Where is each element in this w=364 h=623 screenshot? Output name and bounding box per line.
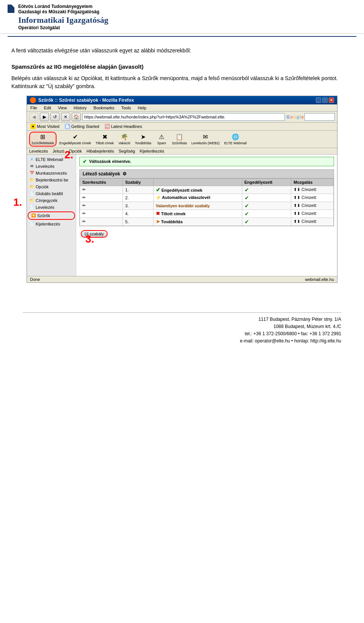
tovabbitas-button[interactable]: ➤ Továbbítás: [133, 132, 153, 146]
rule2-move: ⬆⬇ Címzett:: [291, 194, 334, 202]
elte-webmail-label: ELTE Webmail: [224, 141, 246, 145]
service-subtitle: Operátori Szolgálat: [18, 25, 108, 30]
engedelmezett-button[interactable]: ✔ Engedélyezett címek: [58, 132, 93, 146]
rule5-move: ⬆⬇ Címzett:: [291, 218, 334, 226]
step-2-label: 2.: [64, 149, 73, 161]
step-1-label: 1.: [13, 196, 22, 208]
settings-icon: 📄: [29, 191, 35, 196]
university-logo: [8, 5, 14, 13]
step-3-label: 3.: [85, 233, 94, 245]
menu-history[interactable]: History: [72, 105, 88, 110]
nav-kijelentkezes[interactable]: Kijelentkezés: [140, 149, 164, 153]
szurofeltetelek-button[interactable]: ⊞ Szűrőfeltételek: [29, 132, 56, 147]
bookmark-headlines-label: Latest Headlines: [111, 124, 142, 129]
filter-sidebar-icon: 🔽: [31, 213, 36, 218]
firefox-icon: [30, 97, 36, 103]
menu-tools[interactable]: Tools: [120, 105, 132, 110]
back-button[interactable]: ◀: [29, 113, 38, 121]
minimize-button[interactable]: _: [316, 98, 321, 103]
rule4-name: ✖ Tiltott címek: [153, 210, 242, 218]
bookmark-headlines[interactable]: 📰 Latest Headlines: [104, 123, 143, 129]
mail2-icon: ✉: [201, 133, 210, 141]
sidebar-szurok-label: Szűrők: [37, 213, 50, 218]
stop-button[interactable]: ✕: [61, 113, 70, 121]
menu-edit[interactable]: Edit: [43, 105, 52, 110]
sidebar-item-levelezos2[interactable]: 📄 Levelezés: [28, 204, 75, 211]
page-icon: 📄: [65, 124, 70, 129]
intro-bold: Spamszűrés az IIG megjelölése alapján (j…: [11, 63, 353, 71]
nav-jelszo[interactable]: Jelszó: [53, 149, 64, 153]
browser-annotation-wrapper: 1. 2. 3. Szűrők :: Szűrési szabályok - M…: [27, 96, 337, 283]
forward-button[interactable]: ▶: [40, 113, 49, 121]
menu-view[interactable]: View: [57, 105, 68, 110]
footer-line3: tel.: +36 1 372-2500/6800 • fax: +36 1 3…: [23, 330, 341, 338]
edit-icon: ✏: [82, 187, 86, 192]
google-search-input[interactable]: [304, 113, 335, 121]
webmail-icon: 📧: [29, 157, 35, 162]
rule5-num: 5.: [123, 218, 153, 226]
logout-icon: 📄: [29, 221, 35, 227]
page-footer: 1117 Budapest, Pázmány Péter stny. 1/A 1…: [11, 306, 353, 349]
home-button[interactable]: 🏠: [72, 113, 81, 121]
browser-title: Szűrők :: Szűrési szabályok - Mozilla Fi…: [38, 98, 134, 103]
url-input[interactable]: [82, 113, 285, 121]
sidebar-item-munkaszervezes[interactable]: 📅 Munkaszervezés: [28, 170, 75, 177]
szurolista-button[interactable]: 📋 Szűrölista: [170, 132, 188, 146]
mail-icon: ✉: [29, 164, 35, 169]
rule3-move: ⬆⬇ Címzett:: [291, 202, 334, 210]
elte-webmail-button[interactable]: 🌐 ELTE Webmail: [223, 132, 248, 146]
sidebar-item-kijelentkezes[interactable]: 📄 Kijelentkezés: [28, 221, 75, 227]
bookmarks-bar: ★ Most Visited 📄 Getting Started 📰 Lates…: [27, 123, 337, 131]
vakacio-button[interactable]: 🌴 Vakáció: [117, 132, 132, 146]
rule3-edit: ✏: [80, 202, 123, 210]
sidebar-item-cimjegyzek[interactable]: 📁 Címjegyzék: [28, 197, 75, 204]
menu-help[interactable]: Help: [136, 105, 147, 110]
header-divider: [8, 36, 356, 37]
url-bar-container: [82, 113, 285, 121]
tiltott-label: Tiltott címek: [96, 141, 114, 145]
sidebar-item-bejelentkezes[interactable]: 📁 Bejelentkezési be: [28, 177, 75, 183]
edit-icon: ✏: [82, 195, 86, 200]
nav-hiba[interactable]: Hibabejelentés: [86, 149, 114, 153]
nav-levelezos[interactable]: Levelezés: [29, 149, 48, 153]
sidebar-opciok-label: Opciók: [36, 185, 49, 189]
tiltott-button[interactable]: ✖ Tiltott címek: [94, 132, 115, 146]
menu-bookmarks[interactable]: Bookmarks: [93, 105, 116, 110]
sidebar-globalis-label: Globális beállít: [36, 191, 63, 196]
maximize-button[interactable]: □: [322, 98, 328, 103]
reload-button[interactable]: ↺: [50, 113, 60, 121]
tovabbitas-label: Továbbítás: [135, 141, 152, 145]
folder-icon: 📁: [29, 177, 35, 183]
page-header: Eötvös Loránd Tudományegyetem Gazdasági …: [0, 0, 364, 34]
sidebar-munkaszervezes-label: Munkaszervezés: [36, 171, 67, 175]
new-rule-button[interactable]: Új szabály: [81, 230, 108, 238]
rule1-name: ✔ Engedélyezett címek: [153, 186, 242, 194]
levelezesw2-button[interactable]: ✉ Levelezés (WEB2): [190, 132, 221, 146]
news-icon: 📰: [105, 124, 110, 129]
menu-file[interactable]: File: [29, 105, 38, 110]
nav-segitseg[interactable]: Segítség: [119, 149, 135, 153]
rules-content-area: ✔ Változások elmentve. Létező szabályok …: [76, 155, 337, 276]
table-row: ✏ 4. ✖ Tiltott címek ✔ ⬆⬇ Címzett:: [80, 210, 334, 218]
col-szabaly: Szabály: [123, 178, 153, 186]
sidebar-item-globalis[interactable]: 📄 Globális beállít: [28, 190, 75, 197]
col-szerkesztes: Szerkesztés: [80, 178, 123, 186]
browser-titlebar: Szűrők :: Szűrési szabályok - Mozilla Fi…: [27, 96, 337, 104]
browser-window: Szűrők :: Szűrési szabályok - Mozilla Fi…: [27, 96, 337, 283]
edit-icon: ✏: [82, 203, 86, 208]
rule2-enabled: ✔: [242, 194, 291, 202]
star-icon: ★: [30, 124, 36, 129]
sidebar-cimjegyzek-label: Címjegyzék: [36, 198, 57, 203]
sidebar-item-szurok[interactable]: 🔽 Szűrők: [28, 211, 75, 220]
sidebar-item-opciok[interactable]: 📁 Opciók: [28, 183, 75, 190]
elte-icon: 🌐: [231, 133, 240, 141]
sidebar-levelezos2-label: Levelezés: [36, 205, 55, 210]
spam-button[interactable]: ⚠ Spam: [154, 132, 169, 146]
bookmark-getting-started[interactable]: 📄 Getting Started: [64, 123, 100, 129]
close-button[interactable]: ✕: [329, 98, 334, 103]
success-message: ✔ Változások elmentve.: [79, 157, 334, 166]
bookmark-most-visited[interactable]: ★ Most Visited: [29, 123, 61, 129]
options-icon: 📁: [29, 184, 35, 189]
szurolista-label: Szűrölista: [172, 141, 187, 145]
sidebar-item-levelezos[interactable]: ✉ Levelezés: [28, 163, 75, 170]
